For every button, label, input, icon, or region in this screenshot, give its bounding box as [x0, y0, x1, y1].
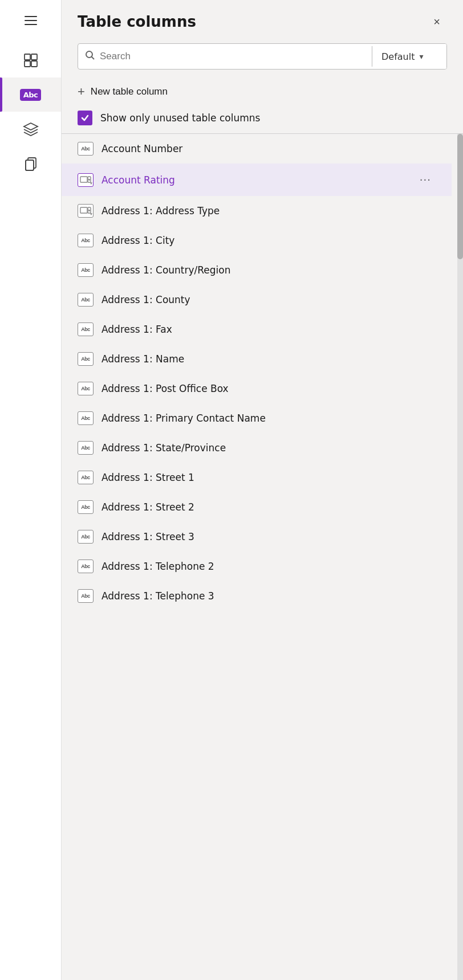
plus-icon: + [78, 85, 85, 98]
column-item-address1-address-type[interactable]: Address 1: Address Type [62, 196, 452, 226]
column-item-address1-name[interactable]: AbcAddress 1: Name [62, 344, 452, 374]
search-filter-dropdown[interactable]: Default ▾ [372, 44, 446, 69]
abc-type-icon: Abc [78, 441, 94, 455]
column-name: Address 1: Post Office Box [101, 383, 436, 394]
svg-rect-0 [25, 54, 30, 60]
column-name: Address 1: Name [101, 353, 436, 365]
abc-type-icon: Abc [78, 352, 94, 366]
column-name: Address 1: Address Type [101, 205, 436, 217]
scrollbar-track[interactable] [457, 134, 463, 980]
svg-point-8 [86, 51, 92, 58]
abc-type-icon: Abc [78, 142, 94, 156]
column-item-address1-telephone3[interactable]: AbcAddress 1: Telephone 3 [62, 581, 452, 611]
svg-rect-1 [31, 54, 37, 60]
column-item-address1-county[interactable]: AbcAddress 1: County [62, 285, 452, 315]
new-table-column-button[interactable]: + New table column [78, 79, 447, 105]
abc-type-icon: Abc [78, 471, 94, 484]
column-name: Address 1: Telephone 3 [101, 590, 436, 602]
sidebar-item-copy[interactable] [0, 146, 61, 180]
sidebar-item-abc[interactable]: Abc [0, 77, 61, 112]
search-bar: Default ▾ [78, 43, 447, 70]
scrollbar-thumb[interactable] [457, 134, 463, 259]
sidebar: Abc [0, 0, 62, 980]
abc-type-icon: Abc [78, 293, 94, 307]
column-name: Address 1: County [101, 294, 436, 305]
column-name: Address 1: Primary Contact Name [101, 413, 436, 424]
column-name: Account Rating [101, 174, 407, 186]
abc-type-icon: Abc [78, 500, 94, 514]
column-item-address1-city[interactable]: AbcAddress 1: City [62, 226, 452, 255]
column-item-address1-street3[interactable]: AbcAddress 1: Street 3 [62, 522, 452, 552]
copy-icon [22, 154, 40, 172]
abc-type-icon: Abc [78, 382, 94, 395]
abc-icon: Abc [22, 85, 40, 104]
panel-actions: + New table column Show only unused tabl… [62, 76, 463, 133]
search-input[interactable] [100, 44, 365, 69]
column-name: Address 1: Telephone 2 [101, 561, 436, 572]
layers-icon [22, 120, 40, 138]
column-name: Address 1: Street 2 [101, 501, 436, 513]
grid-icon [22, 51, 40, 70]
show-unused-checkbox[interactable] [78, 111, 92, 125]
column-name: Address 1: Country/Region [101, 264, 436, 276]
dropdown-type-icon [78, 204, 94, 218]
column-item-address1-street2[interactable]: AbcAddress 1: Street 2 [62, 492, 452, 522]
panel-title: Table columns [78, 13, 196, 30]
show-unused-label: Show only unused table columns [100, 112, 260, 124]
column-item-address1-telephone2[interactable]: AbcAddress 1: Telephone 2 [62, 552, 452, 581]
abc-type-icon: Abc [78, 322, 94, 336]
abc-type-icon: Abc [78, 234, 94, 247]
column-item-address1-fax[interactable]: AbcAddress 1: Fax [62, 315, 452, 344]
column-name: Account Number [101, 143, 436, 154]
column-name: Address 1: State/Province [101, 442, 436, 454]
column-item-account-rating[interactable]: Account Rating··· [62, 164, 452, 196]
column-item-account-number[interactable]: AbcAccount Number [62, 134, 452, 164]
column-name: Address 1: Street 1 [101, 472, 436, 483]
checkbox-row: Show only unused table columns [78, 105, 447, 133]
abc-type-icon: Abc [78, 263, 94, 277]
svg-rect-3 [31, 61, 37, 67]
column-list-inner: AbcAccount NumberAccount Rating···Addres… [62, 134, 463, 611]
close-button[interactable]: × [427, 11, 447, 32]
search-input-wrap [78, 44, 372, 69]
column-name: Address 1: City [101, 235, 436, 246]
column-list: AbcAccount NumberAccount Rating···Addres… [62, 134, 463, 980]
column-name: Address 1: Street 3 [101, 531, 436, 542]
sidebar-item-layers[interactable] [0, 112, 61, 146]
dropdown-type-icon [78, 173, 94, 187]
column-item-address1-pobox[interactable]: AbcAddress 1: Post Office Box [62, 374, 452, 403]
abc-type-icon: Abc [78, 589, 94, 603]
abc-type-icon: Abc [78, 560, 94, 573]
hamburger-menu[interactable] [17, 7, 44, 34]
svg-rect-10 [80, 177, 87, 182]
column-item-address1-primary-contact[interactable]: AbcAddress 1: Primary Contact Name [62, 403, 452, 433]
panel-header: Table columns × [62, 0, 463, 39]
chevron-down-icon: ▾ [419, 52, 423, 61]
svg-rect-14 [80, 207, 87, 213]
svg-rect-2 [25, 61, 30, 67]
search-filter-label: Default [381, 51, 415, 62]
column-item-address1-state[interactable]: AbcAddress 1: State/Province [62, 433, 452, 463]
sidebar-item-grid[interactable] [0, 43, 61, 77]
column-item-address1-country[interactable]: AbcAddress 1: Country/Region [62, 255, 452, 285]
search-icon [85, 50, 95, 63]
column-item-address1-street1[interactable]: AbcAddress 1: Street 1 [62, 463, 452, 492]
abc-type-icon: Abc [78, 530, 94, 544]
svg-line-9 [92, 57, 95, 60]
column-name: Address 1: Fax [101, 324, 436, 335]
svg-rect-6 [26, 160, 34, 170]
abc-type-icon: Abc [78, 411, 94, 425]
new-column-label: New table column [91, 86, 168, 97]
svg-marker-4 [24, 123, 38, 130]
more-options-button[interactable]: ··· [415, 172, 436, 188]
main-panel: Table columns × Default ▾ + New table co… [62, 0, 463, 980]
